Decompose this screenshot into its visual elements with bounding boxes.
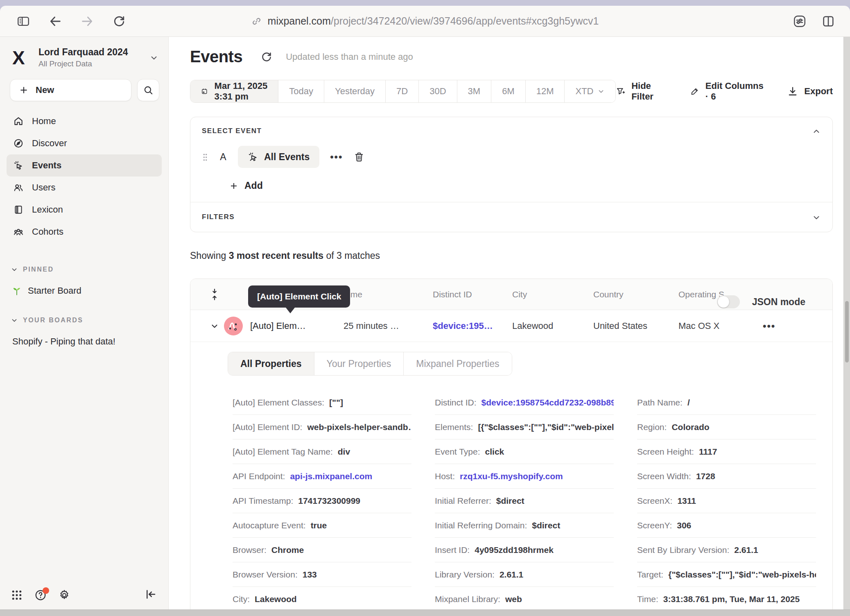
project-switcher[interactable]: X Lord Farquaad 2024 All Project Data bbox=[0, 37, 168, 68]
tab-mixpanel-properties[interactable]: Mixpanel Properties bbox=[404, 352, 511, 375]
json-mode-toggle[interactable] bbox=[717, 295, 740, 308]
property-row: Distinct ID:$device:1958754cdd7232-098b8… bbox=[435, 390, 614, 415]
property-row: Screen Width:1728 bbox=[637, 464, 816, 489]
add-event-button[interactable]: Add bbox=[229, 180, 821, 191]
range-xtd[interactable]: XTD bbox=[565, 80, 615, 102]
properties-column-2: Distinct ID:$device:1958754cdd7232-098b8… bbox=[435, 390, 614, 609]
search-button[interactable] bbox=[137, 79, 159, 101]
event-selector-pill[interactable]: All Events bbox=[238, 146, 319, 168]
cell-event-name[interactable]: [Auto] Elem… bbox=[250, 321, 344, 331]
sidebar-item-events[interactable]: Events bbox=[7, 154, 162, 177]
results-table: [Auto] Element Click Time Distinct ID Ci… bbox=[190, 279, 833, 609]
horizontal-scrollbar[interactable] bbox=[0, 609, 850, 616]
edit-columns-button[interactable]: Edit Columns · 6 bbox=[690, 81, 766, 102]
your-boards-section-header[interactable]: YOUR BOARDS bbox=[11, 317, 168, 324]
sidebar-item-shopify-board[interactable]: Shopify - Piping that data! bbox=[12, 336, 168, 347]
property-row: City:Lakewood bbox=[233, 587, 411, 609]
chevron-down-icon bbox=[597, 88, 605, 95]
chevron-down-icon[interactable] bbox=[210, 322, 219, 331]
drag-handle-icon[interactable] bbox=[202, 151, 208, 163]
sidebar-item-lexicon[interactable]: Lexicon bbox=[7, 199, 162, 221]
page-settings-icon[interactable] bbox=[793, 14, 807, 28]
sidebar-item-users[interactable]: Users bbox=[7, 177, 162, 199]
host-link[interactable]: rzq1xu-f5.myshopify.com bbox=[460, 471, 563, 481]
hide-filter-button[interactable]: Hide Filter bbox=[616, 81, 669, 102]
date-range-bar: Mar 11, 2025 3:31 pm Today Yesterday 7D … bbox=[190, 80, 616, 103]
query-builder-card: SELECT EVENT A All Events ••• bbox=[190, 117, 833, 232]
sidebar-item-cohorts[interactable]: Cohorts bbox=[7, 221, 162, 243]
event-avatar-icon bbox=[224, 317, 243, 335]
chevron-down-icon[interactable] bbox=[812, 213, 821, 222]
pinned-section-header[interactable]: PINNED bbox=[11, 266, 168, 273]
compass-icon bbox=[13, 138, 24, 149]
sidebar-item-discover[interactable]: Discover bbox=[7, 132, 162, 154]
help-icon[interactable] bbox=[34, 589, 47, 601]
collapse-sidebar-icon[interactable] bbox=[145, 588, 157, 600]
collapse-rows-icon[interactable] bbox=[209, 288, 220, 301]
scrollbar-thumb[interactable] bbox=[845, 301, 849, 362]
sidebar-item-home[interactable]: Home bbox=[7, 110, 162, 132]
gear-icon[interactable] bbox=[58, 589, 70, 601]
sidebar-item-starter-board[interactable]: Starter Board bbox=[11, 285, 168, 296]
distinct-id-link[interactable]: $device:1958754cdd7232-098b89… bbox=[482, 398, 614, 408]
json-mode-label: JSON mode bbox=[752, 297, 805, 308]
range-today[interactable]: Today bbox=[278, 80, 324, 102]
range-12m[interactable]: 12M bbox=[526, 80, 565, 102]
apps-grid-icon[interactable] bbox=[11, 589, 23, 601]
home-icon bbox=[13, 116, 24, 127]
property-row: Autocapture Event:true bbox=[233, 513, 411, 538]
column-distinct-id[interactable]: Distinct ID bbox=[433, 290, 512, 299]
property-row: Region:Colorado bbox=[637, 415, 816, 439]
cell-city: Lakewood bbox=[512, 321, 593, 331]
chevron-down-icon bbox=[11, 266, 18, 273]
column-country[interactable]: Country bbox=[593, 290, 678, 299]
browser-sidebar-toggle-icon[interactable] bbox=[16, 14, 30, 28]
browser-toolbar: mixpanel.com/project/3472420/view/397469… bbox=[0, 6, 850, 37]
forward-icon[interactable] bbox=[80, 14, 94, 28]
range-7d[interactable]: 7D bbox=[386, 80, 419, 102]
property-row: Initial Referrer:$direct bbox=[435, 489, 614, 513]
url-domain: mixpanel.com bbox=[268, 15, 331, 27]
select-event-header: SELECT EVENT bbox=[202, 127, 821, 135]
column-time[interactable]: Time bbox=[344, 290, 433, 299]
cell-country: United States bbox=[593, 321, 678, 331]
api-endpoint-link[interactable]: api-js.mixpanel.com bbox=[290, 471, 372, 481]
properties-grid: [Auto] Element Classes:[""] [Auto] Eleme… bbox=[233, 390, 832, 609]
search-icon bbox=[143, 85, 154, 95]
property-row: Initial Referring Domain:$direct bbox=[435, 513, 614, 538]
event-table-row[interactable]: [Auto] Elem… 25 minutes … $device:195… L… bbox=[190, 310, 832, 342]
row-menu[interactable]: ••• bbox=[763, 320, 832, 332]
event-options-menu[interactable]: ••• bbox=[330, 151, 343, 163]
property-row: [Auto] Element Classes:[""] bbox=[233, 390, 411, 415]
trash-icon[interactable] bbox=[353, 151, 365, 163]
new-button[interactable]: New bbox=[10, 79, 131, 101]
cohorts-icon bbox=[13, 226, 24, 237]
range-yesterday[interactable]: Yesterday bbox=[324, 80, 386, 102]
pencil-icon bbox=[690, 86, 700, 97]
filters-header: FILTERS bbox=[202, 213, 821, 221]
split-view-icon[interactable] bbox=[821, 14, 835, 28]
cell-os: Mac OS X bbox=[678, 321, 763, 331]
tab-all-properties[interactable]: All Properties bbox=[228, 352, 314, 375]
tab-your-properties[interactable]: Your Properties bbox=[314, 352, 404, 375]
vertical-scrollbar[interactable] bbox=[843, 37, 850, 609]
events-cursor-icon bbox=[248, 152, 258, 162]
range-3m[interactable]: 3M bbox=[457, 80, 492, 102]
filter-plus-icon bbox=[616, 86, 626, 97]
chevron-up-icon[interactable] bbox=[812, 127, 821, 136]
property-row: ScreenX:1311 bbox=[637, 489, 816, 513]
page-title: Events bbox=[190, 48, 242, 66]
address-bar[interactable]: mixpanel.com/project/3472420/view/397469… bbox=[251, 15, 599, 27]
export-button[interactable]: Export bbox=[787, 86, 833, 97]
reload-icon[interactable] bbox=[112, 14, 126, 28]
column-city[interactable]: City bbox=[512, 290, 593, 299]
screen: mixpanel.com/project/3472420/view/397469… bbox=[0, 0, 850, 616]
cell-distinct-id[interactable]: $device:195… bbox=[433, 321, 512, 331]
range-30d[interactable]: 30D bbox=[419, 80, 457, 102]
range-6m[interactable]: 6M bbox=[491, 80, 526, 102]
download-icon bbox=[787, 86, 798, 97]
filters-section: FILTERS bbox=[190, 202, 832, 232]
date-picker[interactable]: Mar 11, 2025 3:31 pm bbox=[190, 80, 278, 102]
back-icon[interactable] bbox=[48, 14, 62, 28]
refresh-icon[interactable] bbox=[260, 51, 273, 63]
